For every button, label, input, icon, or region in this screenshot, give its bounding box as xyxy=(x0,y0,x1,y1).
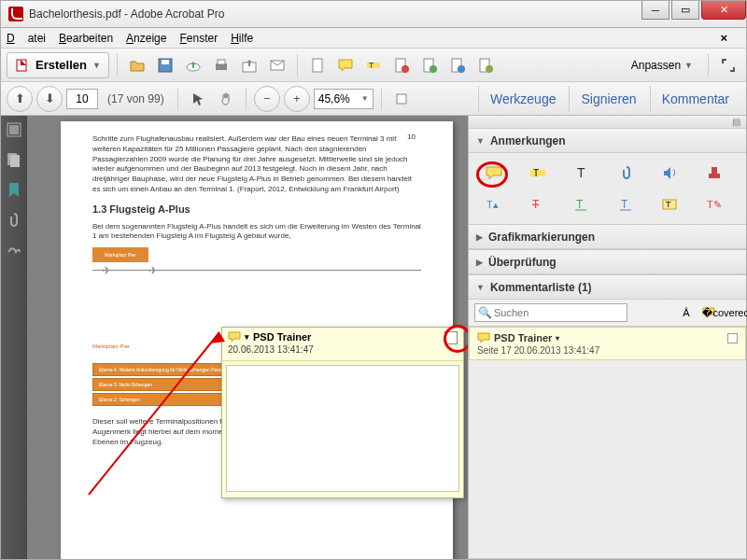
page-check-button[interactable] xyxy=(473,53,498,77)
select-tool[interactable] xyxy=(186,87,210,111)
sticky-minimize-button[interactable] xyxy=(444,331,458,344)
section-comment-list[interactable]: ▼Kommentarliste (1) xyxy=(469,275,746,300)
menu-window[interactable]: Fenster xyxy=(179,32,218,45)
window-maximize-button[interactable]: ▭ xyxy=(671,1,699,20)
svg-text:T▴: T▴ xyxy=(486,199,499,210)
share-button[interactable] xyxy=(237,53,261,77)
expand-icon xyxy=(721,58,736,73)
tool-underline[interactable]: T xyxy=(566,192,598,217)
tool-text-correction[interactable]: T✎ xyxy=(698,192,730,217)
folder-open-icon xyxy=(129,57,146,74)
print-button[interactable] xyxy=(209,53,233,77)
hand-tool[interactable] xyxy=(214,87,238,111)
scan-button[interactable] xyxy=(305,53,330,77)
zoom-out-button[interactable]: − xyxy=(254,86,280,112)
document-viewport[interactable]: 10 Schritte zum Flughafenausbau realisie… xyxy=(27,116,468,559)
section-review[interactable]: ▶Überprüfung xyxy=(469,250,746,274)
create-pdf-icon xyxy=(15,58,30,73)
menu-view[interactable]: Anzeige xyxy=(126,32,166,45)
diagram-1: Marktplatz Pier ✈ ✈ xyxy=(92,247,421,288)
tool-replace-text[interactable]: T xyxy=(611,192,642,217)
create-button[interactable]: Erstellen ▼ xyxy=(7,52,109,78)
tool-stamp[interactable] xyxy=(698,161,730,185)
tool-sticky-note[interactable] xyxy=(478,161,510,185)
tool-attach[interactable] xyxy=(611,161,642,185)
bookmarks-icon[interactable] xyxy=(6,181,22,198)
menu-bar: Datei Bearbeiten Anzeige Fenster Hilfe × xyxy=(0,28,747,49)
section-drawing[interactable]: ▶Grafikmarkierungen xyxy=(469,225,746,249)
pages-icon[interactable] xyxy=(6,151,22,168)
comment-bubble-button[interactable] xyxy=(333,53,358,77)
page-number-input[interactable] xyxy=(66,89,98,109)
svg-point-12 xyxy=(402,65,409,73)
thumbnails-icon[interactable] xyxy=(6,121,22,138)
tab-comment[interactable]: Kommentar xyxy=(650,86,740,112)
tab-sign[interactable]: Signieren xyxy=(569,86,647,112)
tool-highlight[interactable]: T xyxy=(522,161,554,185)
annotation-tools: T T T▴ T T T T T✎ xyxy=(469,153,746,224)
attachments-icon[interactable] xyxy=(6,211,22,228)
tool-text[interactable]: T xyxy=(566,161,598,185)
window-close-button[interactable]: ✕ xyxy=(701,1,746,20)
tool-strikeout[interactable]: T xyxy=(522,192,554,217)
sticky-note-textarea[interactable] xyxy=(226,365,459,492)
rotate-button[interactable] xyxy=(417,53,442,77)
cloud-button[interactable] xyxy=(181,53,205,77)
dropdown-icon: ▼ xyxy=(684,61,693,70)
save-button[interactable] xyxy=(153,53,177,77)
customize-button[interactable]: Anpassen ▼ xyxy=(624,55,700,76)
navigation-pane xyxy=(1,116,27,559)
highlight-text-icon: T xyxy=(365,57,382,74)
zoom-in-button[interactable]: + xyxy=(284,86,310,112)
page-down-button[interactable]: ⬇ xyxy=(36,86,63,112)
window-minimize-button[interactable]: ─ xyxy=(641,1,669,20)
delete-page-button[interactable] xyxy=(389,53,414,77)
window-titlebar: Bachelorthesis.pdf - Adobe Acrobat Pro ─… xyxy=(0,0,747,28)
zoom-select[interactable]: 45,6%▼ xyxy=(314,89,374,109)
section-heading: 1.3 Flugsteig A-Plus xyxy=(92,203,421,217)
panel-grip[interactable]: ▤ xyxy=(469,116,746,129)
page-up-button[interactable]: ⬆ xyxy=(7,86,33,112)
comment-search-input[interactable] xyxy=(474,303,627,322)
sticky-note-popup[interactable]: ▾ PSD Trainer 20.06.2013 13:41:47 xyxy=(221,327,464,498)
menu-help[interactable]: Hilfe xyxy=(231,32,253,45)
svg-point-18 xyxy=(486,65,493,73)
page-tool-button[interactable] xyxy=(445,53,470,77)
svg-point-14 xyxy=(430,65,437,73)
tool-text-box[interactable]: T xyxy=(655,192,686,217)
menu-file[interactable]: Datei xyxy=(7,32,46,45)
tab-tools[interactable]: Werkzeuge xyxy=(478,86,568,112)
section-annotations[interactable]: ▼Anmerkungen xyxy=(469,129,746,153)
tool-audio[interactable] xyxy=(655,161,686,185)
cursor-icon xyxy=(190,91,205,106)
main-toolbar: Erstellen ▼ T Anpassen ▼ xyxy=(0,49,747,82)
options-button[interactable]: �covered▤ xyxy=(722,303,740,322)
highlight-button[interactable]: T xyxy=(361,53,386,77)
sticky-note-header[interactable]: ▾ PSD Trainer 20.06.2013 13:41:47 xyxy=(222,328,463,361)
svg-rect-21 xyxy=(9,125,19,134)
page-icon xyxy=(309,57,326,74)
comment-checkbox[interactable] xyxy=(727,333,738,343)
signatures-icon[interactable] xyxy=(6,241,22,258)
menu-close-doc[interactable]: × xyxy=(720,31,727,45)
tool-insert-text[interactable]: T▴ xyxy=(478,192,510,217)
svg-rect-8 xyxy=(313,59,322,72)
sort-button[interactable]: Â xyxy=(677,303,696,322)
printer-icon xyxy=(213,57,230,74)
page-tool-icon xyxy=(449,57,466,74)
sticky-timestamp: 20.06.2013 13:41:47 xyxy=(228,344,458,355)
diagram-label: Marktplatz Pier xyxy=(92,247,148,262)
email-button[interactable] xyxy=(265,53,289,77)
bookmark-button[interactable] xyxy=(389,87,414,111)
search-icon: 🔍 xyxy=(478,306,492,319)
svg-text:T: T xyxy=(532,198,540,211)
svg-rect-5 xyxy=(218,60,225,64)
comments-panel: ▤ ▼Anmerkungen T T T▴ T T T T T✎ ▶Grafik… xyxy=(468,116,746,559)
fullscreen-button[interactable] xyxy=(716,53,740,77)
menu-edit[interactable]: Bearbeiten xyxy=(59,32,113,45)
comment-list-item[interactable]: PSD Trainer ▾ Seite 17 20.06.2013 13:41:… xyxy=(469,327,746,360)
hand-icon xyxy=(218,91,233,106)
window-title: Bachelorthesis.pdf - Adobe Acrobat Pro xyxy=(29,7,640,21)
open-button[interactable] xyxy=(125,53,149,77)
share-icon xyxy=(241,57,258,74)
